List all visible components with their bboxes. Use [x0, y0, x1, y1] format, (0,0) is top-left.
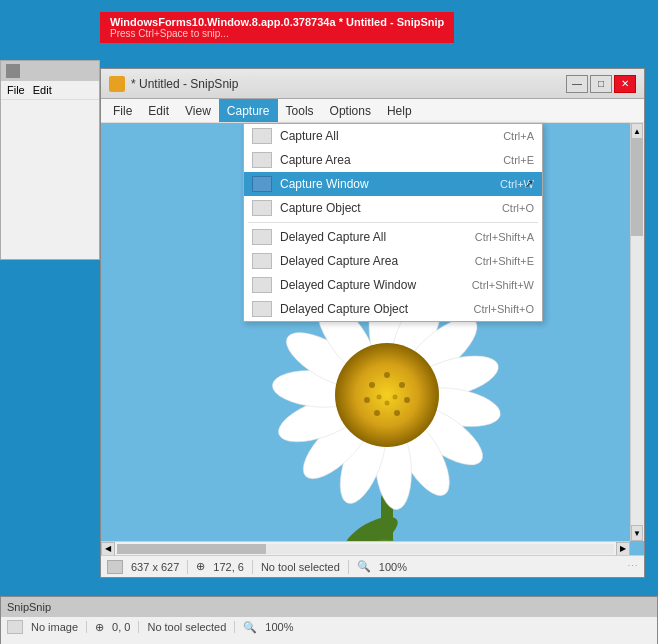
menu-tools[interactable]: Tools: [278, 99, 322, 122]
scroll-right-button[interactable]: ▶: [616, 542, 630, 556]
bg-window-icon: [6, 64, 20, 78]
bg-window: File Edit: [0, 60, 100, 260]
taskbar-subtitle: Press Ctrl+Space to snip...: [110, 28, 444, 39]
scroll-up-button[interactable]: ▲: [631, 123, 643, 139]
status-coordinates: 172, 6: [213, 561, 244, 573]
bottom-no-image: No image: [31, 621, 78, 633]
v-scrollbar[interactable]: ▲ ▼: [630, 123, 644, 541]
bottom-zoom-icon: 🔍: [243, 621, 257, 634]
delayed-capture-object-shortcut: Ctrl+Shift+O: [473, 303, 534, 315]
status-icon: [107, 560, 123, 574]
capture-area-label: Capture Area: [280, 153, 495, 167]
capture-window-label: Capture Window: [280, 177, 492, 191]
status-resize-grip: ⋯: [627, 560, 638, 573]
bg-menu-file[interactable]: File: [7, 84, 25, 96]
window-title: * Untitled - SnipSnip: [131, 77, 238, 91]
app-icon: [109, 76, 125, 92]
capture-object-icon: [252, 200, 272, 216]
h-scrollbar-thumb[interactable]: [117, 544, 266, 554]
capture-all-shortcut: Ctrl+A: [503, 130, 534, 142]
status-bar: 637 x 627 ⊕ 172, 6 No tool selected 🔍 10…: [101, 555, 644, 577]
bottom-zoom: 100%: [265, 621, 293, 633]
menu-bar: File Edit View Capture Tools Options Hel…: [101, 99, 644, 123]
svg-point-17: [335, 343, 439, 447]
status-divider-3: [348, 560, 349, 574]
menu-help[interactable]: Help: [379, 99, 420, 122]
bottom-window: SnipSnip No image ⊕ 0, 0 No tool selecte…: [0, 596, 658, 644]
bottom-tool: No tool selected: [147, 621, 226, 633]
status-divider-1: [187, 560, 188, 574]
capture-object-label: Capture Object: [280, 201, 494, 215]
scroll-left-button[interactable]: ◀: [101, 542, 115, 556]
delayed-capture-all-icon: [252, 229, 272, 245]
main-window: * Untitled - SnipSnip — □ ✕ File Edit Vi…: [100, 68, 645, 578]
svg-point-23: [374, 410, 380, 416]
bottom-window-title: SnipSnip: [1, 597, 657, 617]
h-scrollbar[interactable]: ◀ ▶: [101, 541, 630, 555]
bottom-coords: 0, 0: [112, 621, 130, 633]
delayed-capture-object-label: Delayed Capture Object: [280, 302, 465, 316]
svg-point-20: [399, 382, 405, 388]
menu-separator: [248, 222, 538, 223]
bottom-divider-2: [138, 621, 139, 633]
delayed-capture-window-icon: [252, 277, 272, 293]
svg-point-19: [384, 372, 390, 378]
capture-all-item[interactable]: Capture All Ctrl+A: [244, 124, 542, 148]
scroll-down-button[interactable]: ▼: [631, 525, 643, 541]
status-divider-2: [252, 560, 253, 574]
bottom-status-bar: No image ⊕ 0, 0 No tool selected 🔍 100%: [1, 617, 657, 637]
status-zoom: 100%: [379, 561, 407, 573]
delayed-capture-all-item[interactable]: Delayed Capture All Ctrl+Shift+A: [244, 225, 542, 249]
delayed-capture-object-icon: [252, 301, 272, 317]
capture-all-icon: [252, 128, 272, 144]
v-scrollbar-track[interactable]: [631, 139, 644, 525]
svg-point-21: [404, 397, 410, 403]
bottom-status-icon: [7, 620, 23, 634]
svg-point-24: [364, 397, 370, 403]
svg-point-27: [385, 401, 390, 406]
status-zoom-icon: 🔍: [357, 560, 371, 573]
bottom-window-title-text: SnipSnip: [7, 601, 51, 613]
h-scrollbar-container: ◀ ▶: [101, 541, 630, 555]
delayed-capture-area-item[interactable]: Delayed Capture Area Ctrl+Shift+E: [244, 249, 542, 273]
v-scrollbar-thumb[interactable]: [631, 139, 643, 236]
minimize-button[interactable]: —: [566, 75, 588, 93]
taskbar-popup[interactable]: WindowsForms10.Window.8.app.0.378734a * …: [100, 12, 454, 43]
delayed-capture-window-shortcut: Ctrl+Shift+W: [472, 279, 534, 291]
taskbar-title: WindowsForms10.Window.8.app.0.378734a * …: [110, 16, 444, 28]
capture-area-item[interactable]: Capture Area Ctrl+E: [244, 148, 542, 172]
close-button[interactable]: ✕: [614, 75, 636, 93]
delayed-capture-area-shortcut: Ctrl+Shift+E: [475, 255, 534, 267]
delayed-capture-window-label: Delayed Capture Window: [280, 278, 464, 292]
capture-area-shortcut: Ctrl+E: [503, 154, 534, 166]
title-bar: * Untitled - SnipSnip — □ ✕: [101, 69, 644, 99]
bottom-divider-3: [234, 621, 235, 633]
capture-object-item[interactable]: Capture Object Ctrl+O: [244, 196, 542, 220]
bottom-divider-1: [86, 621, 87, 633]
status-dimensions: 637 x 627: [131, 561, 179, 573]
menu-file[interactable]: File: [105, 99, 140, 122]
menu-options[interactable]: Options: [322, 99, 379, 122]
capture-window-item[interactable]: Capture Window Ctrl+W ↗: [244, 172, 542, 196]
status-tool: No tool selected: [261, 561, 340, 573]
capture-all-label: Capture All: [280, 129, 495, 143]
svg-point-22: [394, 410, 400, 416]
delayed-capture-window-item[interactable]: Delayed Capture Window Ctrl+Shift+W: [244, 273, 542, 297]
delayed-capture-all-shortcut: Ctrl+Shift+A: [475, 231, 534, 243]
bg-window-menubar: File Edit: [1, 81, 99, 100]
delayed-capture-all-label: Delayed Capture All: [280, 230, 467, 244]
menu-view[interactable]: View: [177, 99, 219, 122]
svg-point-26: [393, 395, 398, 400]
h-scrollbar-track[interactable]: [117, 544, 614, 554]
delayed-capture-object-item[interactable]: Delayed Capture Object Ctrl+Shift+O: [244, 297, 542, 321]
maximize-button[interactable]: □: [590, 75, 612, 93]
capture-object-shortcut: Ctrl+O: [502, 202, 534, 214]
svg-point-25: [377, 395, 382, 400]
capture-window-icon: [252, 176, 272, 192]
window-controls: — □ ✕: [566, 75, 636, 93]
cursor-indicator: ↗: [524, 177, 534, 191]
menu-edit[interactable]: Edit: [140, 99, 177, 122]
bg-menu-edit[interactable]: Edit: [33, 84, 52, 96]
menu-capture[interactable]: Capture: [219, 99, 278, 122]
capture-dropdown: Capture All Ctrl+A Capture Area Ctrl+E C…: [243, 123, 543, 322]
